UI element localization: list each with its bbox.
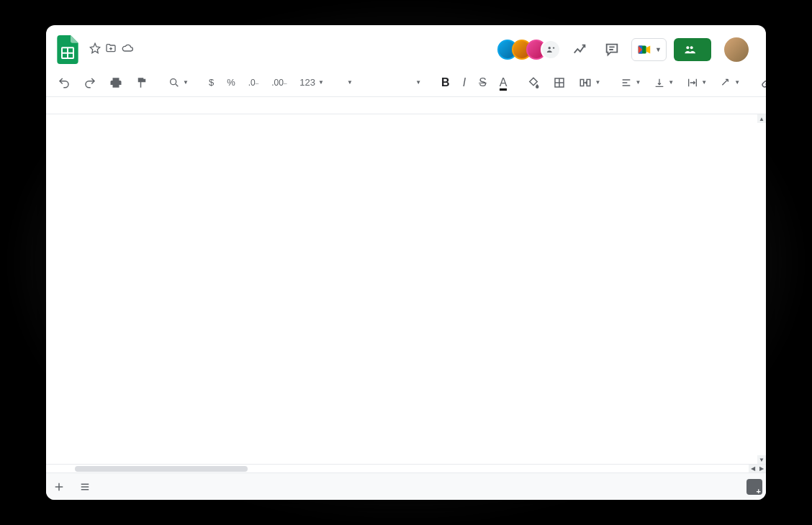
scroll-down-icon[interactable]: ▼: [757, 455, 766, 464]
zoom-dropdown[interactable]: ▼: [166, 76, 191, 90]
percent-icon[interactable]: %: [224, 74, 238, 91]
strikethrough-icon[interactable]: S: [476, 73, 490, 92]
activity-icon[interactable]: [568, 37, 592, 62]
formula-bar: [46, 97, 766, 114]
horizontal-scrollbar[interactable]: ◀ ▶: [46, 464, 766, 472]
font-family-dropdown[interactable]: ▼: [341, 78, 387, 87]
account-avatar[interactable]: [724, 37, 749, 62]
increase-decimal-icon[interactable]: .00_: [269, 75, 289, 91]
explore-button[interactable]: [743, 473, 766, 500]
number-format-dropdown[interactable]: 123▼: [297, 76, 327, 89]
borders-icon[interactable]: [550, 73, 569, 92]
text-rotation-dropdown[interactable]: ▼: [717, 76, 743, 90]
redo-icon[interactable]: [81, 73, 99, 92]
currency-icon[interactable]: $: [206, 74, 217, 91]
print-icon[interactable]: [107, 73, 125, 92]
comments-icon[interactable]: [600, 37, 624, 62]
collaborator-avatars[interactable]: [497, 40, 561, 60]
avatar-overflow-icon[interactable]: [541, 40, 561, 60]
meet-icon: [636, 42, 652, 58]
svg-line-11: [176, 84, 178, 86]
merge-cells-dropdown[interactable]: ▼: [576, 75, 603, 91]
scroll-left-icon[interactable]: ◀: [749, 465, 757, 473]
bold-icon[interactable]: B: [438, 73, 453, 92]
svg-point-8: [686, 46, 689, 49]
italic-icon[interactable]: I: [460, 73, 469, 92]
vertical-scrollbar[interactable]: ▲ ▼: [757, 114, 766, 464]
cloud-status-icon[interactable]: [121, 42, 134, 54]
svg-point-3: [549, 47, 551, 50]
v-align-dropdown[interactable]: ▼: [651, 76, 677, 90]
sheet-tab-bar: [46, 472, 766, 500]
fill-color-icon[interactable]: [524, 73, 543, 92]
svg-point-9: [690, 46, 693, 49]
decrease-decimal-icon[interactable]: .0_: [245, 75, 261, 91]
text-color-icon[interactable]: A: [497, 73, 510, 92]
h-align-dropdown[interactable]: ▼: [618, 76, 644, 90]
toolbar: ▼ $ % .0_ .00_ 123▼ ▼ ▼ B I S A ▼ ▼ ▼ ▼ …: [46, 68, 766, 97]
svg-point-10: [171, 78, 176, 84]
font-size-dropdown[interactable]: ▼: [402, 76, 424, 89]
undo-icon[interactable]: [55, 73, 73, 92]
move-folder-icon[interactable]: [105, 42, 117, 54]
scroll-right-icon[interactable]: ▶: [757, 465, 766, 473]
sheets-logo-icon[interactable]: [56, 35, 79, 64]
app-window: ▼ ▼ $ % .0_ .00_ 123▼ ▼ ▼ B I S A: [46, 25, 766, 500]
grid[interactable]: ▲ ▼: [46, 114, 766, 464]
star-icon[interactable]: [89, 42, 101, 54]
text-wrap-dropdown[interactable]: ▼: [684, 76, 710, 90]
svg-rect-15: [581, 79, 585, 86]
insert-link-icon[interactable]: [757, 73, 766, 92]
chevron-down-icon: ▼: [655, 46, 662, 53]
header: ▼: [46, 25, 766, 68]
scroll-up-icon[interactable]: ▲: [757, 114, 766, 123]
share-button[interactable]: [674, 38, 711, 61]
paint-format-icon[interactable]: [132, 73, 151, 92]
share-lock-icon: [684, 44, 695, 55]
formula-input[interactable]: [72, 97, 766, 114]
meet-button[interactable]: ▼: [631, 38, 667, 61]
add-sheet-button[interactable]: [46, 473, 72, 500]
all-sheets-button[interactable]: [72, 473, 98, 500]
